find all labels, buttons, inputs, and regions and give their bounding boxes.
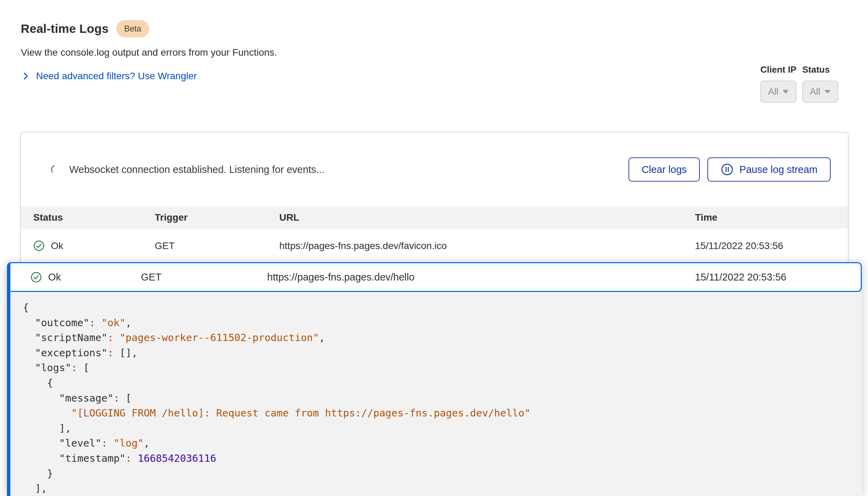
- page-subtitle: View the console.log output and errors f…: [21, 47, 277, 58]
- table-row[interactable]: Ok GET https://pages-fns.pages.dev/favic…: [21, 229, 848, 263]
- beta-badge: Beta: [116, 20, 149, 37]
- chevron-down-icon: [783, 90, 789, 94]
- websocket-status-message: Websocket connection established. Listen…: [69, 164, 629, 175]
- time-value: 15/11/2022 20:53:56: [695, 272, 861, 283]
- status-dropdown[interactable]: All: [802, 81, 838, 103]
- time-value: 15/11/2022 20:53:56: [695, 240, 848, 251]
- column-header-trigger: Trigger: [155, 212, 279, 223]
- log-detail-json: { "outcome": "ok", "scriptName": "pages-…: [10, 292, 862, 496]
- wrangler-link-row[interactable]: Need advanced filters? Use Wrangler: [21, 71, 277, 82]
- pause-icon: [721, 163, 734, 176]
- client-ip-filter: Client IP All: [760, 64, 796, 103]
- check-circle-icon: [33, 240, 45, 251]
- status-label: Status: [802, 64, 838, 75]
- url-value: https://pages-fns.pages.dev/favicon.ico: [279, 240, 695, 251]
- client-ip-dropdown[interactable]: All: [760, 81, 796, 103]
- page-header: Real-time Logs Beta View the console.log…: [21, 20, 277, 82]
- column-header-time: Time: [695, 212, 848, 223]
- trigger-value: GET: [155, 240, 279, 251]
- column-header-url: URL: [279, 212, 695, 223]
- status-value: All: [810, 86, 820, 97]
- url-value: https://pages-fns.pages.dev/hello: [267, 272, 695, 283]
- chevron-down-icon: [824, 90, 831, 94]
- clear-logs-button[interactable]: Clear logs: [629, 157, 700, 182]
- trigger-value: GET: [141, 272, 267, 283]
- wrangler-link[interactable]: Need advanced filters? Use Wrangler: [36, 71, 197, 82]
- status-value: Ok: [51, 240, 63, 251]
- status-filter: Status All: [802, 64, 838, 103]
- pause-log-stream-button[interactable]: Pause log stream: [707, 157, 831, 182]
- expanded-log-entry: Ok GET https://pages-fns.pages.dev/hello…: [7, 262, 862, 496]
- check-circle-icon: [30, 272, 42, 283]
- status-bar: Websocket connection established. Listen…: [21, 132, 848, 206]
- client-ip-value: All: [768, 86, 778, 97]
- table-row-selected[interactable]: Ok GET https://pages-fns.pages.dev/hello…: [10, 262, 862, 292]
- spinner-icon: [50, 164, 60, 175]
- status-value: Ok: [48, 272, 61, 283]
- column-header-status: Status: [33, 212, 155, 223]
- table-header: Status Trigger URL Time: [21, 206, 848, 229]
- client-ip-label: Client IP: [760, 64, 796, 75]
- page-title: Real-time Logs: [21, 22, 109, 36]
- chevron-right-icon: [21, 71, 30, 81]
